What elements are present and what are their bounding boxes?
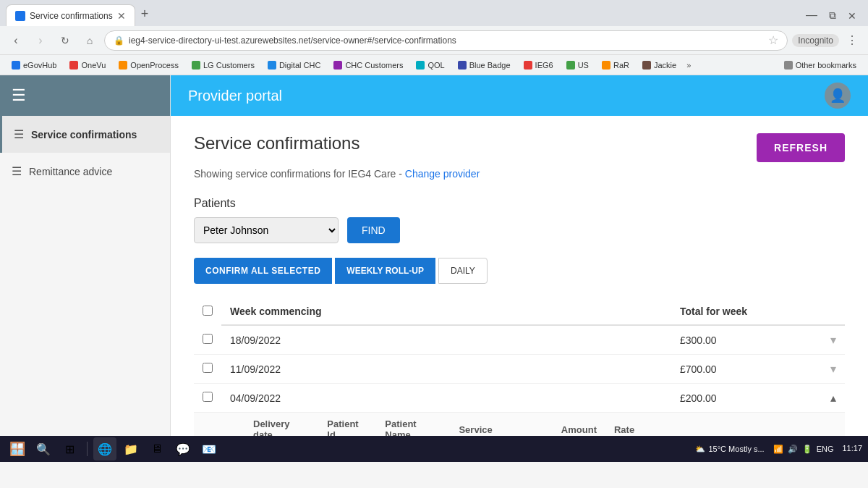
- refresh-button[interactable]: REFRESH: [757, 133, 845, 162]
- row-3-checkbox[interactable]: [203, 392, 213, 402]
- address-url: ieg4-service-directory-ui-test.azurewebs…: [129, 35, 456, 46]
- page-title: Service confirmations: [194, 133, 359, 153]
- home-button[interactable]: ⌂: [80, 30, 100, 51]
- window-minimize[interactable]: —: [800, 6, 823, 25]
- bookmark-lg-customers[interactable]: LG Customers: [186, 59, 260, 71]
- subtitle: Showing service confirmations for IEG4 C…: [194, 168, 845, 180]
- row-3-total: £200.00: [671, 384, 816, 413]
- daily-button[interactable]: DAILY: [438, 258, 488, 284]
- sidebar: ☰ ☰ Service confirmations ☰ Remittance a…: [0, 75, 171, 436]
- bookmark-ieg6[interactable]: IEG6: [518, 59, 559, 71]
- patient-select[interactable]: Peter Johnson: [194, 217, 339, 243]
- service-table: Week commencing Total for week 18/09/202…: [194, 298, 845, 436]
- row-1-checkbox[interactable]: [203, 334, 213, 344]
- new-tab-button[interactable]: +: [135, 4, 155, 25]
- incognito-label: Incognito: [792, 34, 839, 47]
- window-close[interactable]: ✕: [842, 7, 862, 25]
- row-1-total: £300.00: [671, 325, 816, 355]
- bookmarks-bar: eGovHub OneVu OpenProcess LG Customers D…: [0, 55, 868, 75]
- find-button[interactable]: FIND: [347, 217, 400, 243]
- browser-chrome: Service confirmations ✕ + — ⧉ ✕: [0, 0, 868, 26]
- select-all-checkbox[interactable]: [203, 306, 213, 316]
- patients-label: Patients: [194, 197, 845, 210]
- bookmarks-overflow[interactable]: »: [684, 59, 694, 71]
- other-bookmarks[interactable]: Other bookmarks: [778, 59, 862, 71]
- bookmark-digital-chc[interactable]: Digital CHC: [262, 59, 326, 71]
- hamburger-icon[interactable]: ☰: [12, 86, 26, 105]
- subtitle-prefix: Showing service confirmations for IEG4 C…: [194, 168, 405, 180]
- sub-table: Delivery date Patient Id Patient Name Se…: [217, 413, 845, 436]
- col-total-header: [527, 298, 671, 325]
- sub-col-delivery-date: Delivery date: [244, 413, 318, 436]
- window-restore[interactable]: ⧉: [823, 7, 842, 25]
- bookmark-rar[interactable]: RaR: [596, 59, 635, 71]
- address-bar[interactable]: 🔒 ieg4-service-directory-ui-test.azurewe…: [104, 30, 788, 51]
- table-row: 11/09/2022 £700.00 ▾: [194, 355, 845, 384]
- confirm-all-button[interactable]: CONFIRM ALL SELECTED: [194, 258, 332, 284]
- row-3-chevron[interactable]: ▴: [816, 384, 845, 413]
- bookmark-jackie[interactable]: Jackie: [637, 59, 682, 71]
- app-layout: ☰ ☰ Service confirmations ☰ Remittance a…: [0, 75, 868, 436]
- sidebar-label-remittance: Remittance advice: [29, 166, 112, 177]
- bookmark-chc-customers[interactable]: CHC Customers: [328, 59, 409, 71]
- bookmark-blue-badge[interactable]: Blue Badge: [452, 59, 516, 71]
- row-3-date: 04/09/2022: [221, 384, 527, 413]
- sub-col-checkbox: [217, 413, 244, 436]
- row-2-checkbox[interactable]: [203, 363, 213, 373]
- row-2-chevron[interactable]: ▾: [816, 355, 845, 384]
- weather-icon: ⛅: [695, 445, 705, 454]
- change-provider-link[interactable]: Change provider: [405, 168, 480, 180]
- tab-close-icon[interactable]: ✕: [117, 10, 126, 22]
- list-icon-remittance: ☰: [12, 164, 22, 178]
- weather-text: 15°C Mostly s...: [708, 445, 764, 453]
- table-row: 04/09/2022 £200.00 ▴: [194, 384, 845, 413]
- menu-button[interactable]: ⋮: [842, 30, 862, 51]
- col-chevron-header: [816, 298, 845, 325]
- search-button[interactable]: 🔍: [32, 437, 55, 460]
- row-2-date: 11/09/2022: [221, 355, 527, 384]
- browser-nav-bar: ‹ › ↻ ⌂ 🔒 ieg4-service-directory-ui-test…: [0, 26, 868, 55]
- bookmark-egovhub[interactable]: eGovHub: [6, 59, 62, 71]
- user-avatar[interactable]: 👤: [825, 83, 851, 109]
- row-checkbox-cell: [194, 325, 221, 355]
- weather-info: ⛅ 15°C Mostly s...: [695, 445, 764, 454]
- taskbar-chrome-icon[interactable]: 🌐: [93, 437, 116, 460]
- taskview-button[interactable]: ⊞: [58, 437, 81, 460]
- browser-tab[interactable]: Service confirmations ✕: [6, 4, 135, 26]
- taskbar-app-1[interactable]: 📁: [119, 437, 142, 460]
- col-week-header: Week commencing: [221, 298, 527, 325]
- tab-favicon: [15, 11, 25, 21]
- star-icon[interactable]: ☆: [768, 33, 778, 47]
- back-button[interactable]: ‹: [6, 30, 26, 51]
- battery-icon: 🔋: [802, 445, 812, 454]
- sidebar-item-service-confirmations[interactable]: ☰ Service confirmations: [0, 116, 170, 153]
- sidebar-header: ☰: [0, 75, 170, 116]
- taskbar-app-4[interactable]: 📧: [197, 437, 221, 460]
- row-checkbox-cell: [194, 355, 221, 384]
- bookmark-openprocess[interactable]: OpenProcess: [113, 59, 184, 71]
- sub-col-rate: Rate: [605, 413, 726, 436]
- main-content: Provider portal 👤 Service confirmations …: [171, 75, 868, 436]
- taskbar-app-2[interactable]: 🖥: [145, 437, 169, 460]
- bookmark-qol[interactable]: QOL: [410, 59, 450, 71]
- extensions-area: Incognito ⋮: [792, 30, 862, 51]
- weekly-rollup-button[interactable]: WEEKLY ROLL-UP: [335, 258, 435, 284]
- expanded-row: Delivery date Patient Id Patient Name Se…: [194, 413, 845, 437]
- row-1-date: 18/09/2022: [221, 325, 527, 355]
- lock-icon: 🔒: [114, 35, 124, 46]
- sub-col-amount: Amount: [553, 413, 605, 436]
- sub-col-patient-id: Patient Id: [318, 413, 376, 436]
- reload-button[interactable]: ↻: [55, 30, 75, 51]
- sub-col-patient-name: Patient Name: [376, 413, 450, 436]
- forward-button[interactable]: ›: [30, 30, 51, 51]
- sidebar-item-remittance[interactable]: ☰ Remittance advice: [0, 153, 170, 190]
- col-checkbox-header: [194, 298, 221, 325]
- bookmark-onevu[interactable]: OneVu: [64, 59, 111, 71]
- taskbar-app-3[interactable]: 💬: [171, 437, 195, 460]
- bookmark-us[interactable]: US: [561, 59, 595, 71]
- patients-section: Patients Peter Johnson FIND: [194, 197, 845, 243]
- taskbar: 🪟 🔍 ⊞ 🌐 📁 🖥 💬 📧 ⛅ 15°C Mostly s... 📶 🔊 🔋…: [0, 436, 868, 462]
- taskbar-separator: [87, 442, 88, 456]
- start-button[interactable]: 🪟: [6, 437, 29, 460]
- row-1-chevron[interactable]: ▾: [816, 325, 845, 355]
